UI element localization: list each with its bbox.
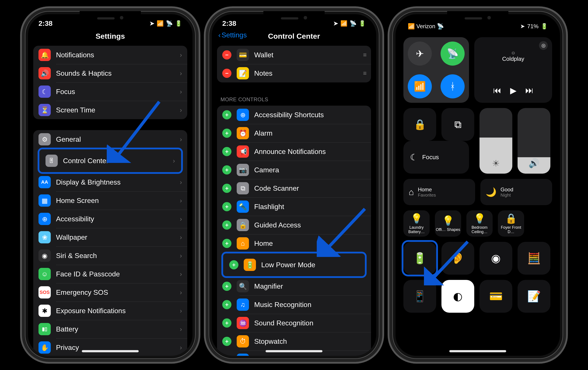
more-control-row[interactable]: +⊕Accessibility Shortcuts	[217, 106, 371, 124]
wifi-icon: 📡	[166, 20, 173, 27]
settings-row[interactable]: ▦Home Screen›	[33, 191, 187, 210]
remove-button[interactable]: −	[222, 69, 231, 78]
settings-row[interactable]: ☺Face ID & Passcode›	[33, 265, 187, 283]
more-control-row[interactable]: +🔍Magnifier	[217, 277, 371, 295]
phone-control-center: 📶 Verizon 📡 ➤71%🔋 ✈ 📡 📶 ᚼ ◎ ⊖ Coldplay	[392, 11, 563, 359]
settings-row[interactable]: ❀Wallpaper›	[33, 228, 187, 247]
location-icon: ➤	[150, 20, 154, 27]
row-label: Announce Notifications	[254, 148, 366, 156]
add-button[interactable]: +	[222, 319, 231, 328]
cellular-toggle[interactable]: 📡	[441, 41, 465, 66]
add-button[interactable]: +	[222, 282, 231, 291]
calculator-toggle-icon: 🧮	[527, 252, 541, 265]
svg-line-1	[326, 209, 365, 250]
more-control-row[interactable]: +♫Music Recognition	[217, 295, 371, 314]
settings-row[interactable]: ◉Siri & Search›	[33, 247, 187, 265]
chevron-right-icon: ›	[180, 307, 182, 314]
grid-icon: ▦	[39, 195, 51, 207]
airplay-icon[interactable]: ◎	[539, 41, 548, 50]
settings-row[interactable]: 🔔Notifications›	[33, 46, 187, 64]
connectivity-module[interactable]: ✈ 📡 📶 ᚼ	[403, 37, 469, 103]
add-button[interactable]: +	[222, 165, 231, 175]
more-control-row[interactable]: +⏱Stopwatch	[217, 332, 371, 350]
settings-row[interactable]: SOSEmergency SOS›	[33, 283, 187, 302]
more-control-row[interactable]: +♒Sound Recognition	[217, 314, 371, 332]
hourglass-icon: ⏳	[39, 104, 51, 116]
home-indicator[interactable]	[266, 350, 322, 352]
home-tile[interactable]: 🌙GoodNight	[480, 179, 552, 205]
home-indicator[interactable]	[82, 350, 139, 352]
wallet-toggle[interactable]: 💳	[480, 280, 512, 313]
drag-handle-icon[interactable]: ≡	[363, 51, 366, 58]
row-label: Focus	[56, 88, 175, 96]
add-button[interactable]: +	[222, 184, 231, 193]
status-bar: 📶 Verizon 📡 ➤71%🔋	[403, 23, 552, 32]
included-control-row[interactable]: −💳Wallet≡	[217, 46, 371, 64]
screen-mirroring-toggle[interactable]: ⧉	[441, 108, 474, 141]
focus-toggle[interactable]: ☾ Focus	[403, 141, 469, 174]
home-indicator[interactable]	[449, 350, 506, 352]
calculator-toggle[interactable]: 🧮	[518, 242, 550, 275]
row-label: Music Recognition	[254, 301, 366, 309]
gear-icon: ⚙	[39, 133, 51, 145]
drag-handle-icon[interactable]: ≡	[363, 70, 366, 77]
row-label: Accessibility	[56, 215, 175, 223]
volume-slider[interactable]: 🔊	[518, 108, 550, 174]
play-icon[interactable]: ▶	[510, 86, 516, 95]
add-button[interactable]: +	[222, 220, 231, 230]
accessibility-icon: ⊕	[39, 213, 51, 225]
notes-toggle[interactable]: 📝	[518, 280, 550, 313]
screen-record-toggle[interactable]: ◉	[480, 242, 512, 275]
settings-row[interactable]: ✋Privacy›	[33, 338, 187, 356]
add-button[interactable]: +	[222, 300, 231, 309]
low-power-icon: 🔋	[244, 259, 256, 271]
prev-icon[interactable]: ⏮	[493, 86, 501, 95]
moon-icon: ☾	[39, 85, 51, 98]
back-button[interactable]: ‹Settings	[218, 31, 247, 39]
add-button[interactable]: +	[222, 147, 231, 156]
add-button[interactable]: +	[222, 202, 231, 211]
add-button[interactable]: +	[222, 239, 231, 248]
annotation-arrow	[424, 237, 472, 285]
add-button[interactable]: +	[222, 337, 231, 346]
chevron-right-icon: ›	[180, 70, 182, 77]
accessory-tile[interactable]: 💡Laundry Battery…	[403, 210, 430, 236]
more-control-row[interactable]: +⏰Alarm	[217, 124, 371, 142]
row-label: Siri & Search	[56, 252, 175, 260]
media-module[interactable]: ◎ ⊖ Coldplay ⏮ ▶ ⏭	[474, 37, 552, 103]
orientation-lock-toggle[interactable]: 🔒	[403, 108, 436, 141]
row-label: Accessibility Shortcuts	[254, 111, 366, 119]
nav-bar: Settings	[28, 30, 192, 46]
accessory-tile[interactable]: 💡Offi… Shapes	[435, 210, 461, 236]
more-control-row[interactable]: +📢Announce Notifications	[217, 142, 371, 161]
night-icon: 🌙	[486, 187, 497, 197]
bluetooth-toggle[interactable]: ᚼ	[441, 74, 465, 98]
airplane-toggle[interactable]: ✈	[408, 41, 432, 66]
remove-button[interactable]: −	[222, 50, 231, 60]
add-button[interactable]: +	[229, 260, 238, 269]
brightness-slider[interactable]: ☀	[480, 108, 512, 174]
row-label: Emergency SOS	[56, 288, 175, 297]
add-button[interactable]: +	[222, 129, 231, 138]
home-tile[interactable]: ⌂HomeFavorites	[403, 179, 475, 205]
accessory-tile[interactable]: 🔒Foyer Front D…	[498, 210, 524, 236]
sound-recog-icon: ♒	[237, 317, 249, 329]
settings-row[interactable]: 🔊Sounds & Haptics›	[33, 64, 187, 82]
included-control-row[interactable]: −📝Notes≡	[217, 64, 371, 82]
flashlight-icon: 🔦	[237, 201, 249, 213]
add-button[interactable]: +	[222, 355, 231, 356]
chevron-right-icon: ›	[180, 215, 182, 223]
next-icon[interactable]: ⏭	[525, 86, 534, 95]
add-button[interactable]: +	[222, 110, 231, 119]
svg-line-0	[116, 102, 159, 159]
settings-row[interactable]: ⊕Accessibility›	[33, 210, 187, 228]
settings-row[interactable]: ✱Exposure Notifications›	[33, 302, 187, 320]
more-control-row[interactable]: +🔋Low Power Mode	[224, 256, 364, 274]
row-label: Wallet	[254, 51, 358, 59]
settings-row[interactable]: AADisplay & Brightness›	[33, 173, 187, 191]
wifi-toggle[interactable]: 📶	[408, 74, 432, 98]
more-control-row[interactable]: +📷Camera	[217, 161, 371, 179]
settings-row[interactable]: ▮▯Battery›	[33, 320, 187, 338]
more-control-row[interactable]: +⧉Code Scanner	[217, 179, 371, 197]
accessory-tile[interactable]: 💡Bedroom Ceiling…	[466, 210, 493, 236]
